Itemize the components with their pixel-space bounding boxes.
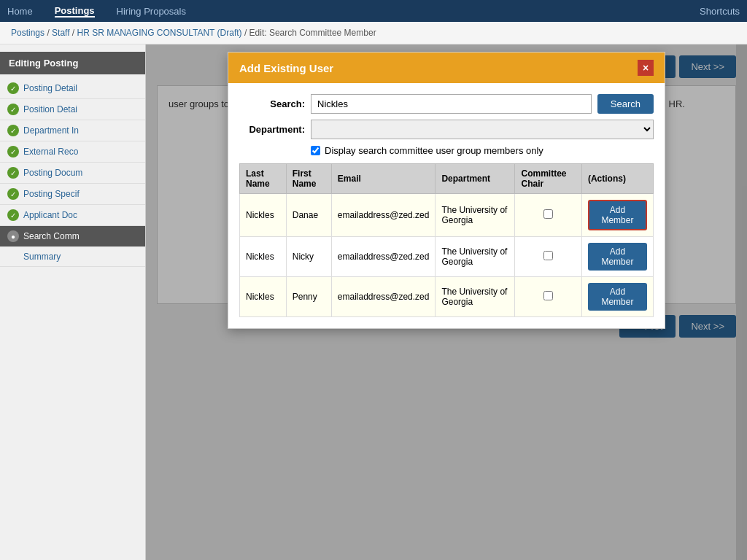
cell-chair (515, 277, 581, 317)
chair-checkbox-1[interactable] (543, 209, 553, 219)
sidebar-item-summary[interactable]: Summary (0, 247, 145, 267)
department-row: Department: (239, 120, 654, 139)
check-icon: ✓ (7, 104, 19, 115)
check-icon: ✓ (7, 146, 19, 158)
col-last-name: Last Name (240, 164, 287, 194)
cell-chair (515, 194, 581, 237)
main-layout: Editing Posting ✓ Posting Detail ✓ Posit… (0, 44, 747, 560)
check-icon: ✓ (7, 82, 19, 94)
top-navigation: Home Postings Hiring Proposals Shortcuts (0, 0, 747, 22)
cell-email: emailaddress@zed.zed (331, 237, 436, 277)
cell-first-name: Nicky (286, 237, 331, 277)
breadcrumb-staff[interactable]: Staff (52, 28, 69, 38)
table-header-row: Last Name First Name Email Department Co… (240, 164, 654, 194)
sidebar-item-external[interactable]: ✓ External Reco (0, 141, 145, 163)
check-icon: ✓ (7, 209, 19, 221)
nav-home[interactable]: Home (7, 6, 33, 17)
table-row: Nickles Penny emailaddress@zed.zed The U… (240, 277, 654, 317)
add-member-button-1[interactable]: Add Member (588, 200, 647, 230)
cell-last-name: Nickles (240, 277, 287, 317)
add-member-button-2[interactable]: Add Member (588, 243, 647, 271)
chair-checkbox-3[interactable] (543, 291, 553, 300)
department-label: Department: (239, 124, 305, 135)
sidebar-item-search-comm[interactable]: ● Search Comm (0, 226, 145, 247)
search-row: Search: Search (239, 94, 654, 114)
col-department: Department (436, 164, 515, 194)
nav-postings[interactable]: Postings (55, 5, 95, 18)
search-input[interactable] (311, 94, 592, 114)
cell-department: The University of Georgia (436, 194, 515, 237)
cell-action: Add Member (581, 277, 653, 317)
cell-chair (515, 237, 581, 277)
modal-body: Search: Search Department: Di (228, 83, 665, 328)
col-first-name: First Name (286, 164, 331, 194)
sidebar-item-posting-doc[interactable]: ✓ Posting Docum (0, 163, 145, 184)
sidebar-item-position-detail[interactable]: ✓ Position Detai (0, 99, 145, 120)
cell-department: The University of Georgia (436, 237, 515, 277)
sidebar-item-applicant-doc[interactable]: ✓ Applicant Doc (0, 205, 145, 226)
results-table: Last Name First Name Email Department Co… (239, 163, 654, 317)
breadcrumb-posting[interactable]: HR SR MANAGING CONSULTANT (Draft) (77, 28, 242, 38)
checkbox-label: Display search committee user group memb… (325, 145, 543, 156)
sidebar-item-posting-spec[interactable]: ✓ Posting Specif (0, 184, 145, 205)
modal-close-button[interactable]: × (638, 60, 654, 76)
breadcrumb: Postings / Staff / HR SR MANAGING CONSUL… (0, 22, 747, 44)
table-row: Nickles Danae emailaddress@zed.zed The U… (240, 194, 654, 237)
content-area: << Prev Next >> user groups to add ing. … (146, 44, 747, 560)
cell-action: Add Member (581, 237, 653, 277)
modal-header: Add Existing User × (228, 52, 665, 83)
department-select[interactable] (311, 120, 654, 139)
dot-icon: ● (7, 230, 19, 242)
cell-department: The University of Georgia (436, 277, 515, 317)
cell-first-name: Penny (286, 277, 331, 317)
breadcrumb-current: Edit: Search Committee Member (249, 28, 376, 38)
sidebar: Editing Posting ✓ Posting Detail ✓ Posit… (0, 44, 146, 560)
modal-backdrop: Add Existing User × Search: Search Depar… (146, 44, 747, 560)
col-committee-chair: Committee Chair (515, 164, 581, 194)
cell-first-name: Danae (286, 194, 331, 237)
search-button[interactable]: Search (597, 94, 654, 114)
search-label: Search: (239, 98, 305, 109)
sidebar-item-posting-detail[interactable]: ✓ Posting Detail (0, 78, 145, 99)
sidebar-title: Editing Posting (0, 52, 145, 74)
display-only-checkbox[interactable] (311, 146, 320, 155)
shortcuts-link[interactable]: Shortcuts (700, 6, 740, 17)
modal-title: Add Existing User (239, 62, 333, 74)
cell-action: Add Member (581, 194, 653, 237)
check-icon: ✓ (7, 188, 19, 200)
check-icon: ✓ (7, 167, 19, 179)
cell-last-name: Nickles (240, 237, 287, 277)
add-member-button-3[interactable]: Add Member (588, 283, 647, 311)
check-icon: ✓ (7, 125, 19, 136)
table-row: Nickles Nicky emailaddress@zed.zed The U… (240, 237, 654, 277)
cell-email: emailaddress@zed.zed (331, 277, 436, 317)
checkbox-row: Display search committee user group memb… (311, 145, 654, 156)
chair-checkbox-2[interactable] (543, 251, 553, 260)
breadcrumb-postings[interactable]: Postings (11, 28, 44, 38)
cell-last-name: Nickles (240, 194, 287, 237)
cell-email: emailaddress@zed.zed (331, 194, 436, 237)
add-existing-user-modal: Add Existing User × Search: Search Depar… (228, 52, 665, 329)
col-email: Email (331, 164, 436, 194)
col-actions: (Actions) (581, 164, 653, 194)
nav-hiring-proposals[interactable]: Hiring Proposals (117, 6, 186, 17)
sidebar-item-department[interactable]: ✓ Department In (0, 120, 145, 141)
